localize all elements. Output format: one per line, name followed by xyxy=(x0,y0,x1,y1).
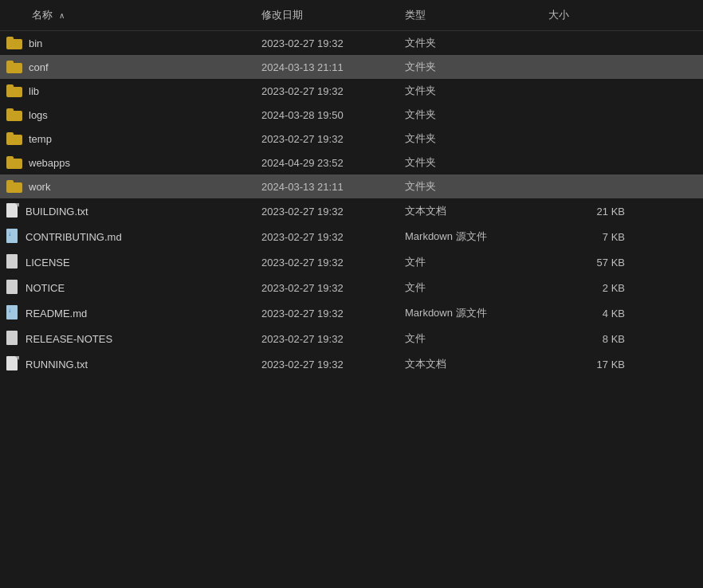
table-row[interactable]: NOTICE2023-02-27 19:32文件2 KB xyxy=(0,275,703,300)
file-txt-icon xyxy=(6,356,19,372)
file-name-text: README.md xyxy=(26,308,87,319)
header-date[interactable]: 修改日期 xyxy=(255,5,399,25)
table-row[interactable]: RUNNING.txt2023-02-27 19:32文本文档17 KB xyxy=(0,351,703,377)
file-name-col: BUILDING.txt xyxy=(0,200,255,222)
file-type-col: Markdown 源文件 xyxy=(399,303,542,323)
file-name-text: lib xyxy=(29,85,39,97)
file-date-col: 2023-02-27 19:32 xyxy=(255,82,399,100)
file-size-col: 8 KB xyxy=(542,330,638,348)
file-date-col: 2024-03-28 19:50 xyxy=(255,106,399,124)
table-row[interactable]: lib2023-02-27 19:32文件夹 xyxy=(0,79,703,103)
table-row[interactable]: work2024-03-13 21:11文件夹 xyxy=(0,174,703,198)
file-name-text: RUNNING.txt xyxy=(26,359,88,370)
folder-icon xyxy=(6,108,22,121)
folder-icon xyxy=(6,84,22,97)
header-name[interactable]: 名称 ∧ xyxy=(0,5,255,25)
table-row[interactable]: LICENSE2023-02-27 19:32文件57 KB xyxy=(0,249,703,275)
file-type-col: 文件夹 xyxy=(399,57,542,77)
file-name-text: CONTRIBUTING.md xyxy=(26,231,122,243)
file-name-text: RELEASE-NOTES xyxy=(26,333,112,345)
file-date-col: 2024-03-13 21:11 xyxy=(255,58,399,76)
header-name-label: 名称 xyxy=(32,9,53,21)
file-size-col xyxy=(542,88,638,94)
file-name-col: bin xyxy=(0,33,255,53)
file-type-col: Markdown 源文件 xyxy=(399,226,542,247)
file-type-col: 文件夹 xyxy=(399,104,542,125)
file-size-col xyxy=(542,112,638,118)
table-row[interactable]: temp2023-02-27 19:32文件夹 xyxy=(0,127,703,151)
table-row[interactable]: conf2024-03-13 21:11文件夹 xyxy=(0,55,703,79)
file-generic-icon xyxy=(6,331,19,347)
file-name-text: webapps xyxy=(29,157,70,169)
table-row[interactable]: webapps2024-04-29 23:52文件夹 xyxy=(0,151,703,174)
table-row[interactable]: RELEASE-NOTES2023-02-27 19:32文件8 KB xyxy=(0,326,703,351)
file-name-text: LICENSE xyxy=(26,257,70,269)
file-date-col: 2023-02-27 19:32 xyxy=(255,355,399,374)
table-row[interactable]: logs2024-03-28 19:50文件夹 xyxy=(0,103,703,127)
file-type-col: 文件 xyxy=(399,328,542,349)
table-row[interactable]: README.md2023-02-27 19:32Markdown 源文件4 K… xyxy=(0,300,703,326)
file-generic-icon xyxy=(6,280,19,296)
file-date-col: 2023-02-27 19:32 xyxy=(255,279,399,297)
sort-indicator: ∧ xyxy=(59,11,65,20)
file-size-col: 2 KB xyxy=(542,279,638,297)
file-type-col: 文件 xyxy=(399,252,542,272)
file-name-col: CONTRIBUTING.md xyxy=(0,225,255,248)
file-name-text: temp xyxy=(29,133,52,145)
file-date-col: 2024-03-13 21:11 xyxy=(255,178,399,196)
file-size-col xyxy=(542,183,638,190)
folder-icon xyxy=(6,156,22,169)
file-date-col: 2023-02-27 19:32 xyxy=(255,253,399,272)
table-row[interactable]: CONTRIBUTING.md2023-02-27 19:32Markdown … xyxy=(0,224,703,249)
file-manager: 名称 ∧ 修改日期 类型 大小 bin2023-02-27 19:32文件夹co… xyxy=(0,0,703,377)
file-type-col: 文件夹 xyxy=(399,152,542,173)
file-md-icon xyxy=(6,305,19,321)
file-name-text: NOTICE xyxy=(26,282,65,294)
file-type-col: 文本文档 xyxy=(399,354,542,374)
table-header: 名称 ∧ 修改日期 类型 大小 xyxy=(0,0,703,31)
file-size-col xyxy=(542,135,638,142)
file-type-col: 文件夹 xyxy=(399,80,542,101)
file-type-col: 文件夹 xyxy=(399,176,542,197)
file-size-col xyxy=(542,159,638,166)
file-name-col: temp xyxy=(0,129,255,148)
folder-icon xyxy=(6,61,22,73)
file-generic-icon xyxy=(6,254,19,270)
file-size-col: 7 KB xyxy=(542,228,638,246)
file-date-col: 2023-02-27 19:32 xyxy=(255,304,399,323)
file-date-col: 2023-02-27 19:32 xyxy=(255,130,399,148)
file-date-col: 2023-02-27 19:32 xyxy=(255,34,399,53)
file-size-col xyxy=(542,40,638,46)
file-size-col: 21 KB xyxy=(542,202,638,221)
header-type[interactable]: 类型 xyxy=(399,5,542,25)
file-type-col: 文件 xyxy=(399,277,542,298)
file-name-col: README.md xyxy=(0,302,255,324)
file-date-col: 2023-02-27 19:32 xyxy=(255,330,399,348)
file-name-text: work xyxy=(29,181,50,193)
table-row[interactable]: BUILDING.txt2023-02-27 19:32文本文档21 KB xyxy=(0,198,703,224)
file-size-col: 17 KB xyxy=(542,355,638,374)
file-name-col: NOTICE xyxy=(0,276,255,299)
file-date-col: 2023-02-27 19:32 xyxy=(255,202,399,221)
file-name-col: conf xyxy=(0,57,255,76)
file-type-col: 文本文档 xyxy=(399,201,542,221)
file-date-col: 2024-04-29 23:52 xyxy=(255,154,399,172)
file-name-col: RUNNING.txt xyxy=(0,353,255,375)
header-size-label: 大小 xyxy=(548,9,569,21)
file-name-text: BUILDING.txt xyxy=(26,206,88,218)
file-name-col: webapps xyxy=(0,153,255,172)
file-txt-icon xyxy=(6,203,19,219)
folder-icon xyxy=(6,37,22,49)
file-name-text: bin xyxy=(29,37,42,49)
file-name-col: logs xyxy=(0,105,255,124)
table-row[interactable]: bin2023-02-27 19:32文件夹 xyxy=(0,31,703,55)
file-type-col: 文件夹 xyxy=(399,128,542,149)
file-size-col xyxy=(542,64,638,70)
file-size-col: 57 KB xyxy=(542,253,638,272)
file-rows-container: bin2023-02-27 19:32文件夹conf2024-03-13 21:… xyxy=(0,31,703,377)
file-name-text: logs xyxy=(29,109,48,121)
folder-icon xyxy=(6,180,22,193)
file-name-col: RELEASE-NOTES xyxy=(0,327,255,350)
header-size[interactable]: 大小 xyxy=(542,5,638,25)
file-md-icon xyxy=(6,229,19,245)
